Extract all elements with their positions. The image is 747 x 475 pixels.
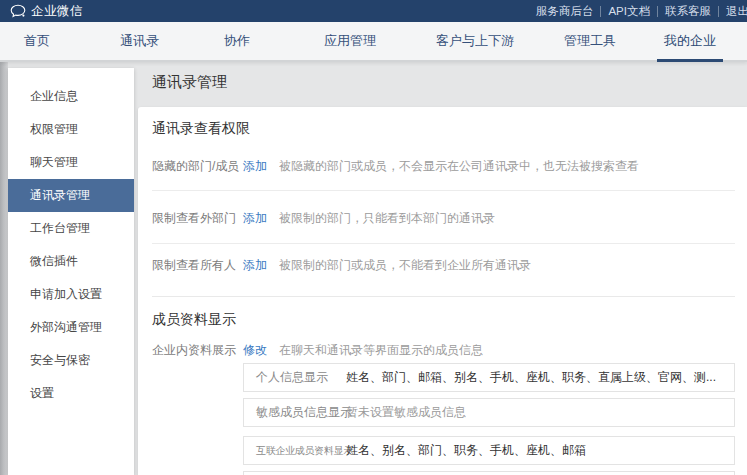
personal-info-display-box: 个人信息显示 姓名、部门、邮箱、别名、手机、座机、职务、直属上级、官网、测...: [243, 363, 735, 392]
row-label: 限制查看外部门: [152, 211, 243, 226]
sensitive-info-display-box: 敏感成员信息显示 暂未设置敏感成员信息: [243, 398, 735, 427]
section-heading-view-permission: 通讯录查看权限: [152, 120, 250, 138]
tab-customers[interactable]: 客户与上下游: [436, 22, 514, 60]
add-link[interactable]: 添加: [243, 159, 267, 174]
top-app-bar: 企业微信 服务商后台 API文档 联系客服 退出: [0, 0, 747, 22]
row-internal-profile-display: 企业内资料展示 修改 在聊天和通讯录等界面显示的成员信息: [152, 343, 735, 358]
sidebar-item-external-comm[interactable]: 外部沟通管理: [8, 311, 134, 344]
row-label: 企业内资料展示: [152, 343, 243, 358]
sidebar-item-contacts-management[interactable]: 通讯录管理: [8, 179, 134, 212]
content-panel: 通讯录查看权限 隐藏的部门/成员 添加 被隐藏的部门或成员，不会显示在公司通讯录…: [138, 107, 747, 475]
tab-my-company[interactable]: 我的企业: [664, 22, 716, 60]
app-title: 企业微信: [31, 3, 83, 20]
row-hidden-departments: 隐藏的部门/成员 添加 被隐藏的部门或成员，不会显示在公司通讯录中，也无法被搜索…: [152, 159, 735, 174]
add-link[interactable]: 添加: [243, 211, 267, 226]
add-link[interactable]: 添加: [243, 258, 267, 273]
tab-app-management[interactable]: 应用管理: [324, 22, 376, 60]
info-box-partial: [243, 471, 735, 475]
topbar-links: 服务商后台 API文档 联系客服 退出: [529, 6, 747, 17]
sidebar-item-wechat-plugin[interactable]: 微信插件: [8, 245, 134, 278]
sidebar-item-chat-management[interactable]: 聊天管理: [8, 146, 134, 179]
divider: [152, 190, 735, 191]
box-value: 姓名、别名、部门、职务、手机、座机、邮箱: [346, 442, 586, 459]
divider: [152, 243, 735, 244]
box-label: 个人信息显示: [256, 369, 346, 386]
linked-company-profile-box: 互联企业成员资料显示 姓名、别名、部门、职务、手机、座机、邮箱: [243, 436, 735, 465]
row-restrict-other-departments: 限制查看外部门 添加 被限制的部门，只能看到本部门的通讯录: [152, 211, 735, 226]
chat-bubble-icon: [10, 4, 26, 18]
box-value: 暂未设置敏感成员信息: [346, 404, 466, 421]
box-label: 敏感成员信息显示: [256, 404, 346, 421]
box-value: 姓名、部门、邮箱、别名、手机、座机、职务、直属上级、官网、测...: [346, 369, 716, 386]
row-description: 被限制的部门或成员，不能看到企业所有通讯录: [279, 258, 531, 273]
row-description: 被限制的部门，只能看到本部门的通讯录: [279, 211, 495, 226]
sidebar-item-company-info[interactable]: 企业信息: [8, 80, 134, 113]
tab-admin-tools[interactable]: 管理工具: [564, 22, 616, 60]
box-label: 互联企业成员资料显示: [256, 444, 346, 458]
sidebar-item-security[interactable]: 安全与保密: [8, 344, 134, 377]
wecom-logo[interactable]: 企业微信: [10, 3, 83, 20]
sidebar-item-settings[interactable]: 设置: [8, 377, 134, 410]
link-api-docs[interactable]: API文档: [601, 6, 658, 17]
page-title: 通讯录管理: [152, 73, 227, 92]
row-description: 在聊天和通讯录等界面显示的成员信息: [279, 343, 483, 358]
row-description: 被隐藏的部门或成员，不会显示在公司通讯录中，也无法被搜索查看: [279, 159, 639, 174]
row-label: 限制查看所有人: [152, 258, 243, 273]
tab-collaboration[interactable]: 协作: [224, 22, 250, 60]
window-edge-shadow: [0, 62, 8, 475]
main-nav: 首页 通讯录 协作 应用管理 客户与上下游 管理工具 我的企业: [0, 22, 747, 62]
link-provider-console[interactable]: 服务商后台: [529, 6, 602, 17]
sidebar-item-join-settings[interactable]: 申请加入设置: [8, 278, 134, 311]
row-label: 隐藏的部门/成员: [152, 159, 243, 174]
sidebar-item-permissions[interactable]: 权限管理: [8, 113, 134, 146]
link-contact-support[interactable]: 联系客服: [658, 6, 719, 17]
tab-contacts[interactable]: 通讯录: [120, 22, 159, 60]
section-heading-member-profile: 成员资料显示: [152, 311, 236, 329]
settings-sidebar: 企业信息 权限管理 聊天管理 通讯录管理 工作台管理 微信插件 申请加入设置 外…: [8, 68, 134, 475]
section-divider: [152, 296, 735, 297]
sidebar-item-workbench[interactable]: 工作台管理: [8, 212, 134, 245]
row-restrict-everyone: 限制查看所有人 添加 被限制的部门或成员，不能看到企业所有通讯录: [152, 258, 735, 273]
link-logout[interactable]: 退出: [719, 6, 747, 17]
modify-link[interactable]: 修改: [243, 343, 267, 358]
tab-home[interactable]: 首页: [24, 22, 50, 60]
